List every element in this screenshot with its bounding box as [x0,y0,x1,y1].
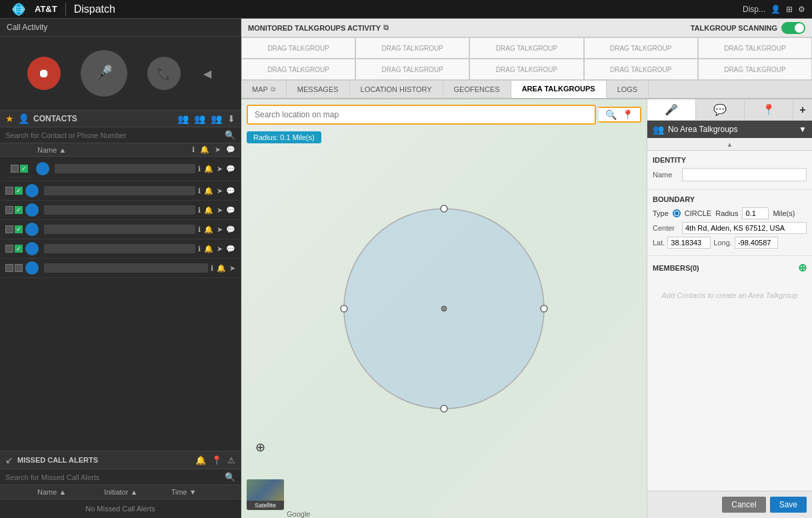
boundary-center-input[interactable] [682,222,807,234]
mic-button[interactable]: 🎤 [81,50,127,97]
map-pin-icon[interactable]: 📍 [619,109,636,120]
area-panel-add-button[interactable]: + [793,99,812,120]
area-dropdown-arrow-icon[interactable]: ▼ [799,125,807,134]
area-expand-arrow[interactable]: ▲ [647,138,812,151]
info-icon[interactable]: ℹ [198,225,201,234]
drag-cell-1[interactable]: DRAG TALKGROUP [241,37,355,59]
drag-cell-8[interactable]: DRAG TALKGROUP [469,59,583,80]
missed-bell-btn[interactable]: 🔔 [195,455,206,465]
checkbox[interactable] [5,264,13,272]
info-icon[interactable]: ℹ [198,245,201,253]
tab-geofences-label: GEOFENCES [454,85,500,93]
members-add-button[interactable]: ⊕ [798,261,807,274]
tab-location-history[interactable]: LOCATION HISTORY [350,81,443,98]
missed-pin-btn[interactable]: 📍 [211,455,222,465]
crosshair-button[interactable]: ⊕ [249,437,271,458]
end-call-button[interactable]: 📞 [147,57,181,90]
area-tab-location[interactable]: 📍 [745,99,793,120]
user-icon[interactable]: 👤 [771,5,781,14]
send-icon[interactable]: ➤ [229,264,235,273]
collapse-arrow[interactable]: ◀ [201,65,214,83]
drag-cell-4[interactable]: DRAG TALKGROUP [584,37,698,59]
chat-icon[interactable]: 💬 [226,245,235,253]
bell-icon[interactable]: 🔔 [204,225,213,234]
bell-icon[interactable]: 🔔 [204,187,213,195]
avatar: 👤 [25,242,39,255]
drag-cell-5[interactable]: DRAG TALKGROUP [698,37,812,59]
main-layout: Call Activity ⏺ 🎤 📞 ◀ ★ 👤 CONTACTS 👥 👥 👥… [0,19,812,518]
area-panel-tabs: 🎤 💬 📍 + [647,99,812,121]
map-search-input[interactable] [247,105,596,125]
send-icon[interactable]: ➤ [217,206,223,215]
boundary-radius-input[interactable] [742,207,769,219]
gear-icon[interactable]: ⚙ [798,5,805,14]
tab-area-talkgroups[interactable]: AREA TALKGROUPS [511,81,607,98]
bell-icon[interactable]: 🔔 [204,245,213,253]
app-title: Dispatch [74,3,115,15]
info-icon[interactable]: ℹ [198,206,201,215]
boundary-long-input[interactable] [735,237,778,249]
save-button[interactable]: Save [770,497,807,513]
missed-alert-btn[interactable]: ⚠ [227,455,235,465]
info-icon[interactable]: ℹ [198,165,201,173]
checkbox[interactable] [5,245,13,253]
missed-search-input[interactable] [5,473,225,481]
drag-cell-6[interactable]: DRAG TALKGROUP [241,59,355,80]
checkbox[interactable] [11,165,19,173]
info-icon[interactable]: ℹ [198,187,201,195]
checkbox[interactable] [5,187,13,195]
drag-cell-2[interactable]: DRAG TALKGROUP [355,37,469,59]
area-tab-chat[interactable]: 💬 [696,99,745,120]
missed-search-bar: 🔍 [0,469,241,485]
chat-icon[interactable]: 💬 [226,206,235,215]
bell-icon[interactable]: 🔔 [204,206,213,215]
drag-cell-9[interactable]: DRAG TALKGROUP [584,59,698,80]
logo: AT&T [7,3,57,16]
cancel-button[interactable]: Cancel [722,497,765,513]
missed-search-icon[interactable]: 🔍 [225,472,235,482]
checkbox[interactable] [5,225,13,233]
drag-cell-3[interactable]: DRAG TALKGROUP [469,37,583,59]
record-button[interactable]: ⏺ [27,57,61,90]
tab-geofences[interactable]: GEOFENCES [443,81,511,98]
scanning-toggle[interactable] [781,22,805,34]
contacts-list: ✓ 👤 ℹ 🔔 ➤ 💬 ✓ 👤 ℹ [0,157,241,451]
map-search-icon[interactable]: 🔍 [603,109,619,120]
settings2-icon[interactable]: ⊞ [786,5,793,14]
boundary-lat-input[interactable] [667,237,711,249]
chat-icon[interactable]: 💬 [226,165,235,173]
send-icon[interactable]: ➤ [217,225,223,234]
handle-right[interactable] [541,305,547,312]
identity-name-input[interactable] [682,168,807,181]
handle-top[interactable] [441,205,447,212]
area-tab-mic[interactable]: 🎤 [647,99,696,120]
contacts-search-icon[interactable]: 🔍 [225,130,235,140]
drag-cell-10[interactable]: DRAG TALKGROUP [698,59,812,80]
group-icon2[interactable]: 👥 [194,113,205,124]
tab-map[interactable]: MAP ⧉ [241,81,287,98]
chat-icon[interactable]: 💬 [226,187,235,195]
chat-icon[interactable]: 💬 [226,225,235,234]
tab-messages[interactable]: MESSAGES [287,81,350,98]
external-link-icon[interactable]: ⧉ [383,23,389,32]
satellite-button[interactable]: Satellite [247,479,284,510]
map-ext-icon[interactable]: ⧉ [271,85,275,93]
group-icon3[interactable]: 👥 [211,113,222,124]
add-group-icon[interactable]: 👥 [177,113,189,124]
handle-left[interactable] [341,305,347,312]
checkbox[interactable] [5,206,13,214]
drag-cell-7[interactable]: DRAG TALKGROUP [355,59,469,80]
area-dropdown[interactable]: 👥 No Area Talkgroups ▼ [647,121,812,138]
boundary-circle-radio[interactable] [673,209,681,217]
bell-icon[interactable]: 🔔 [204,165,213,173]
handle-bottom[interactable] [441,405,447,412]
send-icon[interactable]: ➤ [217,187,223,195]
contacts-search-input[interactable] [5,131,225,139]
contacts-star-icon[interactable]: ★ [5,113,14,124]
send-icon[interactable]: ➤ [217,245,223,253]
tab-logs[interactable]: LOGS [607,81,649,98]
send-icon[interactable]: ➤ [217,165,223,173]
bell-icon[interactable]: 🔔 [217,264,226,273]
import-icon[interactable]: ⬇ [227,113,235,124]
info-icon[interactable]: ℹ [211,264,213,273]
